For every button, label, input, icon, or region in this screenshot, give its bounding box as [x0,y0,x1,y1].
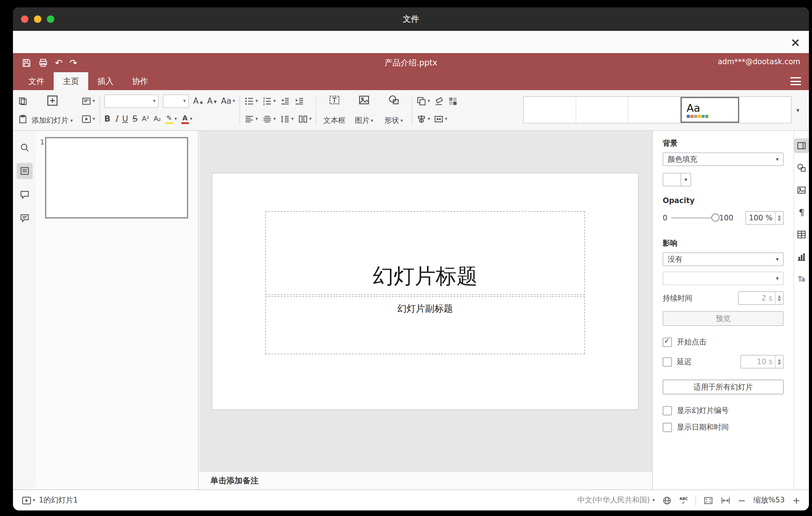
notes-placeholder: 单击添加备注 [210,475,259,486]
underline-button[interactable]: U [122,114,128,124]
spellcheck-icon[interactable]: ABC ✓ [679,496,688,505]
image-settings-tab[interactable] [794,183,809,198]
slide-layout-icon [82,96,91,106]
opacity-input[interactable]: 100 % ▲▼ [745,211,784,225]
language-select[interactable]: 中文(中华人民共和国)▾ [578,495,655,506]
bullets-button[interactable]: ▾ [244,96,258,106]
slide-subtitle-text: 幻灯片副标题 [397,303,453,315]
bold-button[interactable]: B [104,114,111,124]
zoom-out-button[interactable]: − [738,495,746,506]
insert-group: 文本框 图片▾ 形状▾ [321,94,407,126]
strikethrough-button[interactable]: S [132,114,138,124]
window-title: 文件 [13,7,809,31]
effect-select[interactable]: 没有▾ [663,253,784,266]
theme-thumbnail-1[interactable] [524,97,576,123]
theme-thumbnail-selected[interactable]: Aa [680,97,740,123]
theme-thumbnail-5[interactable] [740,97,791,123]
numbering-button[interactable]: ▾ [262,96,276,106]
duration-input[interactable]: 2 s ▲▼ [738,291,784,305]
top-strip: × [13,31,809,53]
fit-width-icon[interactable] [721,495,730,505]
notes-area[interactable]: 单击添加备注 [199,471,652,489]
slide-size-button[interactable]: ▾ [434,114,447,124]
home-toolbar: 添加幻灯片▾ ▾ ▾ [13,90,809,131]
increase-font-button[interactable]: A▲ [193,96,203,106]
table-settings-tab[interactable] [794,227,809,242]
comments-button[interactable] [16,187,32,202]
change-layout-button[interactable]: ▾ [82,96,95,106]
textart-settings-tab[interactable]: Ta [794,271,809,286]
opacity-slider-thumb[interactable] [711,213,719,222]
superscript-button[interactable]: A² [142,114,149,124]
theme-gallery-expand-chevron[interactable]: ▾ [792,94,804,126]
align-shape-button[interactable]: ▾ [416,114,430,124]
zoom-in-button[interactable]: + [792,495,800,506]
font-name-select[interactable]: ▾ [104,94,158,108]
spinner-arrows-icon[interactable]: ▲▼ [775,292,783,304]
start-slideshow-button[interactable]: ▾ [82,114,95,124]
fit-slide-icon[interactable] [703,495,713,505]
chart-settings-tab[interactable] [794,249,809,264]
menu-icon[interactable] [790,77,801,85]
slide-settings-tab[interactable] [794,138,809,153]
slide-number-label: 1 [40,138,45,146]
decrease-font-button[interactable]: A▼ [207,96,216,106]
effect-type-select[interactable]: ▾ [663,271,784,285]
tab-collaboration[interactable]: 协作 [123,72,157,90]
close-icon[interactable]: × [790,35,800,49]
apply-to-all-slides-button[interactable]: 适用于所有幻灯片 [663,380,784,394]
preview-button[interactable]: 预览 [663,311,784,326]
insert-image-button[interactable]: 图片▾ [350,94,378,126]
delay-input[interactable]: 10 s ▲▼ [741,355,784,369]
increase-indent-icon[interactable] [294,96,304,106]
spinner-arrows-icon[interactable]: ▲▼ [775,212,783,224]
copy-icon[interactable] [18,96,28,106]
show-date-time-checkbox[interactable] [663,423,672,432]
horizontal-align-button[interactable]: ▾ [244,114,258,124]
delay-checkbox[interactable] [663,357,672,366]
tab-home[interactable]: 主页 [54,72,88,90]
clear-style-icon[interactable] [434,96,444,106]
columns-button[interactable]: ▾ [298,114,312,124]
color-scheme-icon[interactable] [448,96,458,106]
line-spacing-button[interactable]: ▾ [280,114,294,124]
spinner-arrows-icon[interactable]: ▲▼ [775,355,783,368]
slides-panel-button[interactable] [16,163,32,179]
decrease-indent-icon[interactable] [280,96,290,106]
insert-textbox-button[interactable]: 文本框 [321,94,348,126]
background-fill-select[interactable]: 颜色填充▾ [663,152,784,166]
globe-icon[interactable] [662,495,672,505]
slide-thumbnail-1[interactable] [45,137,188,219]
italic-button[interactable]: I [115,114,118,124]
opacity-slider[interactable] [671,217,716,219]
change-case-button[interactable]: Aa▾ [221,96,235,106]
vertical-align-button[interactable]: ▾ [262,114,276,124]
subtitle-placeholder[interactable]: 幻灯片副标题 [265,296,585,354]
shape-settings-tab[interactable] [794,161,809,175]
opacity-max-label: 100 [719,213,733,222]
paste-icon[interactable] [18,114,28,124]
title-placeholder[interactable]: 幻灯片标题 [265,211,585,295]
tab-file[interactable]: 文件 [19,72,54,90]
slideshow-icon [82,114,91,124]
feedback-button[interactable] [16,210,32,226]
show-slide-number-checkbox[interactable] [663,406,672,415]
theme-gallery: Aa [523,96,792,123]
insert-shape-button[interactable]: 形状▾ [380,94,407,126]
start-slideshow-status-button[interactable]: ▾ [22,495,35,505]
font-color-button[interactable]: A ▾ [181,114,193,124]
arrange-shape-button[interactable]: ▾ [416,96,430,106]
fill-color-picker[interactable]: ▾ [663,173,691,187]
add-slide-button[interactable]: 添加幻灯片▾ [28,94,77,126]
subscript-button[interactable]: A₂ [154,114,161,124]
highlight-color-button[interactable]: ✎ ▾ [165,114,177,124]
slide-canvas[interactable]: 幻灯片标题 幻灯片副标题 [212,173,638,409]
theme-thumbnail-2[interactable] [576,97,628,123]
start-on-click-checkbox[interactable] [663,338,672,347]
theme-thumbnail-3[interactable] [628,97,680,123]
paragraph-settings-tab[interactable]: ¶ [794,205,809,220]
search-button[interactable] [16,140,32,155]
font-size-select[interactable]: ▾ [163,94,189,108]
paragraph-icon: ¶ [799,207,804,217]
tab-insert[interactable]: 插入 [88,72,123,90]
